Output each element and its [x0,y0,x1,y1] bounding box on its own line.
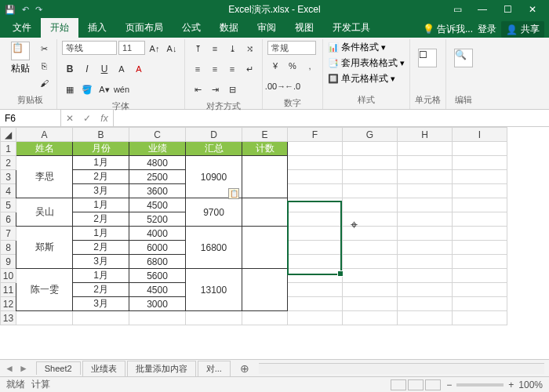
cell-C10[interactable]: 5600 [129,269,186,283]
cell-E13[interactable] [242,311,288,325]
cell-I8[interactable] [453,241,507,255]
cell-F8[interactable] [288,241,343,255]
merge-icon[interactable]: ⊟ [224,82,240,97]
cell-B8[interactable]: 2月 [73,241,129,255]
name-box[interactable]: F6 [0,110,61,126]
cell-A1[interactable]: 姓名 [16,142,73,156]
cell-C7[interactable]: 4000 [129,227,186,241]
comma-icon[interactable]: , [302,58,318,74]
cell-H2[interactable] [398,156,453,170]
cell-C6[interactable]: 5200 [129,212,186,227]
formula-input[interactable] [114,110,549,126]
cell-C11[interactable]: 4500 [129,283,186,297]
save-icon[interactable]: 💾 [5,5,16,15]
cell-G4[interactable] [343,184,398,198]
dec-decimal-icon[interactable]: ←.0 [285,78,300,94]
tell-me[interactable]: 💡 告诉我... [423,23,473,36]
underline-button[interactable]: U [96,61,112,77]
tab-data[interactable]: 数据 [210,18,248,38]
cell-B5[interactable]: 1月 [73,198,129,212]
cell-C4[interactable]: 3600 [129,184,186,198]
cell-F6[interactable] [288,212,343,227]
cell-G11[interactable] [343,283,398,297]
align-left-icon[interactable]: ≡ [190,61,205,77]
cancel-fx-icon[interactable]: ✕ [61,110,78,126]
cell-D10[interactable]: 13100 [186,269,242,311]
inc-decimal-icon[interactable]: .00→ [267,78,283,94]
cell-I12[interactable] [453,297,507,311]
cell-F3[interactable] [288,170,343,184]
ribbon-options-icon[interactable]: ▭ [445,2,469,17]
row-header-5[interactable]: 5 [1,198,16,212]
cell-G6[interactable] [343,212,398,227]
login-button[interactable]: 登录 [478,23,496,36]
maximize-icon[interactable]: ☐ [496,2,519,17]
row-header-4[interactable]: 4 [1,184,16,198]
format-painter-icon[interactable]: 🖌 [36,75,52,91]
row-header-9[interactable]: 9 [1,255,16,269]
sheet-tab-0[interactable]: Sheet2 [36,361,81,375]
cell-B6[interactable]: 2月 [73,212,129,227]
cut-icon[interactable]: ✂ [36,41,52,56]
view-break-icon[interactable] [425,379,441,390]
cell-G10[interactable] [343,269,398,283]
font-size-select[interactable]: 11 [118,41,145,55]
cell-I9[interactable] [453,255,507,269]
cell-C13[interactable] [129,311,186,325]
cell-H3[interactable] [398,170,453,184]
cell-I3[interactable] [453,170,507,184]
cell-I13[interactable] [453,311,507,325]
view-layout-icon[interactable] [408,379,424,390]
cell-A7[interactable]: 郑斯 [16,227,73,269]
new-sheet-button[interactable]: ⊕ [232,361,257,376]
cell-G9[interactable] [343,255,398,269]
fx-icon[interactable]: fx [96,110,113,126]
font-name-select[interactable]: 等线 [62,41,117,55]
cell-F12[interactable] [288,297,343,311]
row-header-8[interactable]: 8 [1,241,16,255]
currency-icon[interactable]: ¥ [267,58,283,74]
cell-I10[interactable] [453,269,507,283]
bold-button[interactable]: B [62,61,78,77]
cell-B13[interactable] [73,311,129,325]
wrap-text-icon[interactable]: ↵ [242,61,257,77]
row-header-11[interactable]: 11 [1,283,16,297]
cell-B7[interactable]: 1月 [73,227,129,241]
cell-B12[interactable]: 3月 [73,297,129,311]
col-header-F[interactable]: F [288,128,343,142]
phonetic-icon[interactable]: wén [114,82,129,97]
sheet-tab-3[interactable]: 对... [198,361,231,376]
zoom-slider[interactable] [456,383,504,387]
worksheet-grid[interactable]: ◢ABCDEFGHI1姓名月份业绩汇总计数2李思1月48001090032月25… [0,127,549,359]
cell-H4[interactable] [398,184,453,198]
cell-F1[interactable] [288,142,343,156]
paste-options-icon[interactable]: 📋 [228,188,239,199]
tab-formula[interactable]: 公式 [173,18,210,38]
cell-H7[interactable] [398,227,453,241]
indent-dec-icon[interactable]: ⇤ [190,82,205,97]
cell-styles-button[interactable]: 🔲 单元格样式 ▾ [328,72,395,85]
cell-D13[interactable] [186,311,242,325]
cell-H1[interactable] [398,142,453,156]
cell-F13[interactable] [288,311,343,325]
cell-F5[interactable] [288,198,343,212]
cell-F11[interactable] [288,283,343,297]
col-header-B[interactable]: B [73,128,129,142]
cell-B10[interactable]: 1月 [73,269,129,283]
cell-I5[interactable] [453,198,507,212]
percent-icon[interactable]: % [285,58,300,74]
cell-H5[interactable] [398,198,453,212]
cell-D5[interactable]: 9700 [186,198,242,227]
cell-G13[interactable] [343,311,398,325]
cell-H9[interactable] [398,255,453,269]
decrease-font-icon[interactable]: A↓ [164,41,180,56]
tab-layout[interactable]: 页面布局 [116,18,173,38]
cell-G12[interactable] [343,297,398,311]
col-header-H[interactable]: H [398,128,453,142]
sheet-tab-2[interactable]: 批量添加内容 [127,361,196,376]
cell-F9[interactable] [288,255,343,269]
cell-F4[interactable] [288,184,343,198]
tab-insert[interactable]: 插入 [78,18,116,38]
sheet-tab-1[interactable]: 业绩表 [82,361,125,376]
cell-B4[interactable]: 3月 [73,184,129,198]
